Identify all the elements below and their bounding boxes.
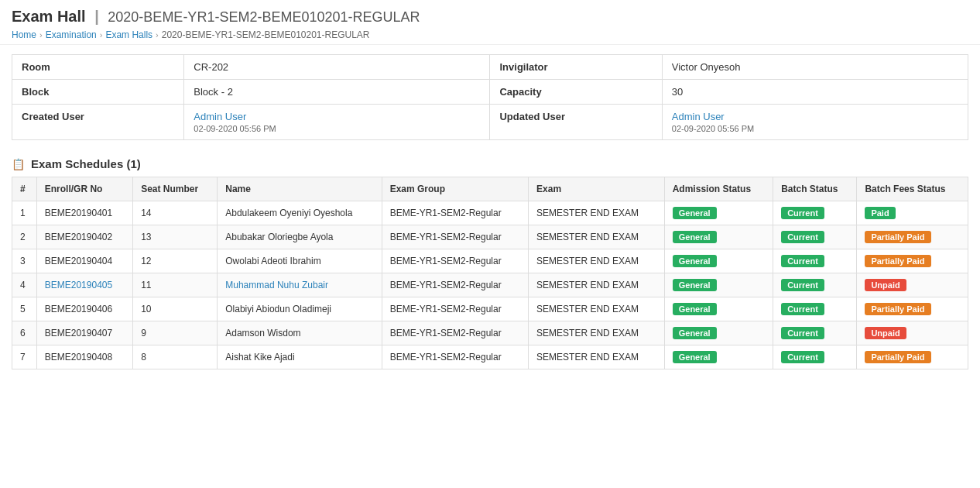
cell-name: Olabiyi Abiodun Oladimeji bbox=[218, 297, 382, 321]
page-title-prefix: Exam Hall bbox=[12, 8, 86, 25]
created-user-timestamp: 02-09-2020 05:56 PM bbox=[194, 124, 480, 133]
col-seat: Seat Number bbox=[133, 177, 218, 201]
cell-enroll: BEME20190407 bbox=[36, 321, 132, 345]
cell-exam: SEMESTER END EXAM bbox=[529, 249, 665, 273]
admission-status-badge: General bbox=[673, 279, 717, 291]
breadcrumb-sep-3: › bbox=[156, 30, 159, 40]
updated-user-link[interactable]: Admin User bbox=[672, 111, 725, 122]
cell-fees-status: Unpaid bbox=[857, 321, 968, 345]
table-row: 2BEME2019040213Abubakar Oloriegbe AyolaB… bbox=[12, 225, 968, 249]
table-row: 3BEME2019040412Owolabi Adeoti IbrahimBEM… bbox=[12, 249, 968, 273]
table-row: 6BEME201904079Adamson WisdomBEME-YR1-SEM… bbox=[12, 321, 968, 345]
cell-batch-status: Current bbox=[773, 273, 857, 297]
cell-batch-status: Current bbox=[773, 201, 857, 225]
col-fees-status: Batch Fees Status bbox=[857, 177, 968, 201]
cell-num: 1 bbox=[12, 201, 37, 225]
cell-enroll: BEME20190405 bbox=[36, 273, 132, 297]
cell-seat: 12 bbox=[133, 249, 218, 273]
breadcrumb-exam-halls[interactable]: Exam Halls bbox=[105, 29, 152, 40]
created-user-link[interactable]: Admin User bbox=[194, 111, 246, 122]
info-row-block: Block Block - 2 Capacity 30 bbox=[12, 80, 968, 105]
cell-name: Abubakar Oloriegbe Ayola bbox=[218, 225, 382, 249]
schedules-table: # Enroll/GR No Seat Number Name Exam Gro… bbox=[12, 177, 968, 369]
cell-fees-status: Unpaid bbox=[857, 273, 968, 297]
cell-admission-status: General bbox=[664, 273, 773, 297]
cell-seat: 14 bbox=[133, 201, 218, 225]
cell-exam: SEMESTER END EXAM bbox=[529, 273, 665, 297]
col-name: Name bbox=[218, 177, 382, 201]
cell-exam-group: BEME-YR1-SEM2-Regular bbox=[382, 345, 528, 369]
cell-exam-group: BEME-YR1-SEM2-Regular bbox=[382, 201, 528, 225]
updated-user-label: Updated User bbox=[490, 105, 662, 140]
created-user-label: Created User bbox=[12, 105, 184, 140]
batch-status-badge: Current bbox=[781, 303, 824, 315]
fees-status-badge: Partially Paid bbox=[865, 303, 930, 315]
batch-status-badge: Current bbox=[781, 231, 824, 243]
invigilator-label: Invigilator bbox=[490, 55, 662, 80]
admission-status-badge: General bbox=[673, 351, 717, 363]
col-admission-status: Admission Status bbox=[664, 177, 773, 201]
capacity-label: Capacity bbox=[490, 80, 662, 105]
cell-admission-status: General bbox=[664, 345, 773, 369]
cell-enroll: BEME20190402 bbox=[36, 225, 132, 249]
room-label: Room bbox=[12, 55, 184, 80]
enroll-link[interactable]: BEME20190405 bbox=[45, 280, 112, 290]
updated-user-timestamp: 02-09-2020 05:56 PM bbox=[672, 124, 958, 133]
cell-fees-status: Paid bbox=[857, 201, 968, 225]
cell-admission-status: General bbox=[664, 201, 773, 225]
cell-exam-group: BEME-YR1-SEM2-Regular bbox=[382, 297, 528, 321]
breadcrumb-sep-2: › bbox=[100, 30, 103, 40]
page-title: Exam Hall | 2020-BEME-YR1-SEM2-BEME01020… bbox=[12, 8, 968, 26]
cell-admission-status: General bbox=[664, 321, 773, 345]
cell-seat: 10 bbox=[133, 297, 218, 321]
created-user-value: Admin User 02-09-2020 05:56 PM bbox=[184, 105, 490, 140]
breadcrumb-current: 2020-BEME-YR1-SEM2-BEME010201-REGULAR bbox=[162, 29, 370, 40]
cell-name: Adamson Wisdom bbox=[218, 321, 382, 345]
col-batch-status: Batch Status bbox=[773, 177, 857, 201]
cell-exam-group: BEME-YR1-SEM2-Regular bbox=[382, 273, 528, 297]
batch-status-badge: Current bbox=[781, 279, 824, 291]
fees-status-badge: Paid bbox=[865, 207, 895, 219]
cell-exam: SEMESTER END EXAM bbox=[529, 225, 665, 249]
col-enroll: Enroll/GR No bbox=[36, 177, 132, 201]
breadcrumb-examination[interactable]: Examination bbox=[46, 29, 97, 40]
admission-status-badge: General bbox=[673, 231, 717, 243]
fees-status-badge: Partially Paid bbox=[865, 231, 930, 243]
cell-batch-status: Current bbox=[773, 297, 857, 321]
cell-seat: 9 bbox=[133, 321, 218, 345]
batch-status-badge: Current bbox=[781, 255, 824, 267]
name-link[interactable]: Muhammad Nuhu Zubair bbox=[225, 280, 328, 290]
breadcrumb: Home › Examination › Exam Halls › 2020-B… bbox=[12, 29, 968, 40]
cell-name: Abdulakeem Oyeniyi Oyeshola bbox=[218, 201, 382, 225]
fees-status-badge: Partially Paid bbox=[865, 255, 930, 267]
breadcrumb-home[interactable]: Home bbox=[12, 29, 36, 40]
cell-num: 2 bbox=[12, 225, 37, 249]
cell-batch-status: Current bbox=[773, 345, 857, 369]
table-header: # Enroll/GR No Seat Number Name Exam Gro… bbox=[12, 177, 968, 201]
cell-batch-status: Current bbox=[773, 321, 857, 345]
fees-status-badge: Partially Paid bbox=[865, 351, 930, 363]
fees-status-badge: Unpaid bbox=[865, 279, 906, 291]
cell-batch-status: Current bbox=[773, 225, 857, 249]
updated-user-value: Admin User 02-09-2020 05:56 PM bbox=[662, 105, 968, 140]
schedules-title: Exam Schedules (1) bbox=[31, 157, 141, 170]
col-num: # bbox=[12, 177, 37, 201]
calendar-icon: 📋 bbox=[12, 158, 25, 170]
table-body: 1BEME2019040114Abdulakeem Oyeniyi Oyesho… bbox=[12, 201, 968, 369]
schedules-section-title: 📋 Exam Schedules (1) bbox=[0, 149, 980, 177]
table-row: 4BEME2019040511Muhammad Nuhu ZubairBEME-… bbox=[12, 273, 968, 297]
cell-seat: 11 bbox=[133, 273, 218, 297]
cell-seat: 13 bbox=[133, 225, 218, 249]
block-value: Block - 2 bbox=[184, 80, 490, 105]
col-exam-group: Exam Group bbox=[382, 177, 528, 201]
info-row-room: Room CR-202 Invigilator Victor Onyesoh bbox=[12, 55, 968, 80]
cell-num: 6 bbox=[12, 321, 37, 345]
cell-enroll: BEME20190406 bbox=[36, 297, 132, 321]
cell-num: 4 bbox=[12, 273, 37, 297]
batch-status-badge: Current bbox=[781, 207, 824, 219]
fees-status-badge: Unpaid bbox=[865, 327, 906, 339]
page-title-code: 2020-BEME-YR1-SEM2-BEME010201-REGULAR bbox=[108, 9, 420, 25]
cell-name: Aishat Kike Ajadi bbox=[218, 345, 382, 369]
cell-fees-status: Partially Paid bbox=[857, 297, 968, 321]
table-row: 1BEME2019040114Abdulakeem Oyeniyi Oyesho… bbox=[12, 201, 968, 225]
